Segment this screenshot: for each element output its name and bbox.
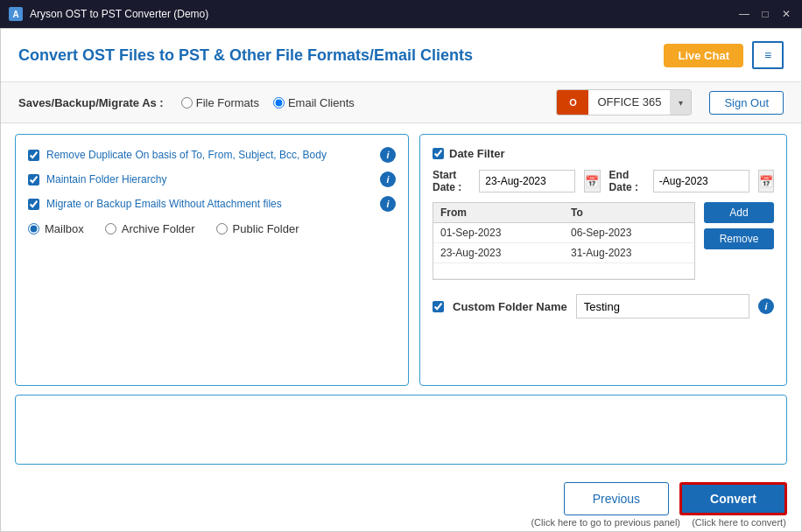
archive-radio[interactable]: Archive Folder	[105, 222, 195, 235]
toolbar: Saves/Backup/Migrate As : File Formats E…	[1, 82, 801, 123]
previous-hint: (Click here to go to previous panel)	[531, 517, 680, 528]
to-date-2: 31-Aug-2023	[564, 243, 694, 263]
title-bar: A Aryson OST to PST Converter (Demo) — □…	[0, 0, 802, 28]
date-table-container: From To 01-Sep-2023 06-Sep-2023	[433, 202, 695, 280]
from-col-header: From	[433, 203, 564, 223]
header: Convert OST Files to PST & Other File Fo…	[1, 29, 801, 82]
sign-out-button[interactable]: Sign Out	[709, 91, 784, 115]
custom-folder-input[interactable]	[576, 294, 749, 318]
remove-button[interactable]: Remove	[704, 228, 774, 249]
start-date-calendar-icon[interactable]: 📅	[584, 170, 600, 192]
mailbox-radio[interactable]: Mailbox	[28, 222, 84, 235]
format-radio-group: File Formats Email Clients	[181, 96, 355, 109]
mailbox-radio-input[interactable]	[28, 223, 39, 234]
close-button[interactable]: ✕	[779, 7, 793, 21]
page-title: Convert OST Files to PST & Other File Fo…	[18, 46, 473, 65]
content-area: Remove Duplicate On basis of To, From, S…	[1, 123, 801, 475]
menu-button[interactable]: ≡	[752, 41, 784, 69]
date-table-wrapper: From To 01-Sep-2023 06-Sep-2023	[433, 202, 695, 280]
end-date-input[interactable]	[653, 170, 749, 192]
date-filter-section: Date Filter Start Date : 📅 End Date : 📅	[433, 147, 774, 280]
main-window: Convert OST Files to PST & Other File Fo…	[0, 28, 802, 532]
maximize-button[interactable]: □	[758, 7, 772, 21]
checkbox-row-3: Migrate or Backup Emails Without Attachm…	[28, 196, 396, 212]
start-date-label: Start Date :	[433, 169, 470, 193]
from-date-2: 23-Aug-2023	[433, 243, 564, 263]
date-filter-checkbox[interactable]	[433, 148, 444, 159]
table-row: 01-Sep-2023 06-Sep-2023	[433, 223, 694, 243]
table-row-empty	[433, 263, 694, 279]
from-date-1: 01-Sep-2023	[433, 223, 564, 243]
end-date-calendar-icon[interactable]: 📅	[758, 170, 774, 192]
checkbox-row-1: Remove Duplicate On basis of To, From, S…	[28, 147, 396, 163]
duplicate-checkbox[interactable]	[28, 150, 39, 161]
location-radio-group: Mailbox Archive Folder Public Folder	[28, 222, 396, 235]
file-formats-radio-input[interactable]	[181, 97, 193, 108]
custom-folder-info-icon[interactable]: i	[758, 298, 774, 314]
office-text: OFFICE 365	[588, 89, 670, 116]
app-icon: A	[9, 7, 23, 21]
minimize-button[interactable]: —	[737, 7, 751, 21]
date-table: From To 01-Sep-2023 06-Sep-2023	[433, 203, 694, 279]
date-table-section: From To 01-Sep-2023 06-Sep-2023	[433, 202, 774, 280]
to-col-header: To	[564, 203, 694, 223]
empty-panel	[15, 395, 787, 465]
add-remove-buttons: Add Remove	[704, 202, 774, 280]
app-title: Aryson OST to PST Converter (Demo)	[30, 8, 737, 20]
custom-folder-section: Custom Folder Name i	[433, 294, 774, 318]
attachment-label[interactable]: Migrate or Backup Emails Without Attachm…	[46, 198, 282, 210]
hierarchy-label[interactable]: Maintain Folder Hierarchy	[46, 173, 166, 186]
office-dropdown-arrow: ▾	[670, 89, 691, 116]
saves-label: Saves/Backup/Migrate As :	[18, 96, 164, 109]
left-panel: Remove Duplicate On basis of To, From, S…	[15, 134, 409, 386]
panels-row: Remove Duplicate On basis of To, From, S…	[15, 134, 787, 386]
start-date-input[interactable]	[479, 170, 575, 192]
header-right: Live Chat ≡	[664, 41, 784, 69]
window-controls: — □ ✕	[737, 7, 793, 21]
archive-radio-input[interactable]	[105, 223, 116, 234]
attachment-checkbox[interactable]	[28, 199, 39, 210]
footer: Previous Convert (Click here to go to pr…	[1, 475, 801, 531]
end-date-label: End Date :	[609, 169, 644, 193]
custom-folder-label: Custom Folder Name	[453, 300, 567, 313]
add-button[interactable]: Add	[704, 202, 774, 223]
file-formats-radio[interactable]: File Formats	[181, 96, 259, 109]
info-icon-2[interactable]: i	[380, 172, 396, 187]
public-folder-radio[interactable]: Public Folder	[216, 222, 299, 235]
footer-hints: (Click here to go to previous panel) (Cl…	[531, 517, 787, 528]
duplicate-label[interactable]: Remove Duplicate On basis of To, From, S…	[46, 149, 327, 161]
hierarchy-checkbox[interactable]	[28, 174, 39, 186]
email-clients-radio-input[interactable]	[273, 97, 285, 108]
office-dropdown[interactable]: O OFFICE 365 ▾	[556, 89, 692, 116]
office-logo: O	[557, 89, 588, 116]
live-chat-button[interactable]: Live Chat	[664, 44, 743, 67]
email-clients-radio[interactable]: Email Clients	[273, 96, 355, 109]
checkbox-row-2: Maintain Folder Hierarchy i	[28, 172, 396, 187]
footer-buttons: Previous Convert	[564, 482, 787, 515]
custom-folder-checkbox[interactable]	[433, 301, 444, 312]
info-icon-3[interactable]: i	[380, 196, 396, 212]
table-row: 23-Aug-2023 31-Aug-2023	[433, 243, 694, 263]
convert-hint: (Click here to convert)	[691, 517, 787, 528]
previous-button[interactable]: Previous	[564, 482, 669, 515]
right-panel: Date Filter Start Date : 📅 End Date : 📅	[419, 134, 787, 386]
date-filter-title: Date Filter	[449, 147, 505, 160]
info-icon-1[interactable]: i	[380, 147, 396, 163]
public-folder-radio-input[interactable]	[216, 223, 228, 234]
date-filter-header: Date Filter	[433, 147, 774, 160]
date-range-row: Start Date : 📅 End Date : 📅	[433, 169, 774, 193]
to-date-1: 06-Sep-2023	[564, 223, 694, 243]
convert-button[interactable]: Convert	[679, 482, 787, 515]
